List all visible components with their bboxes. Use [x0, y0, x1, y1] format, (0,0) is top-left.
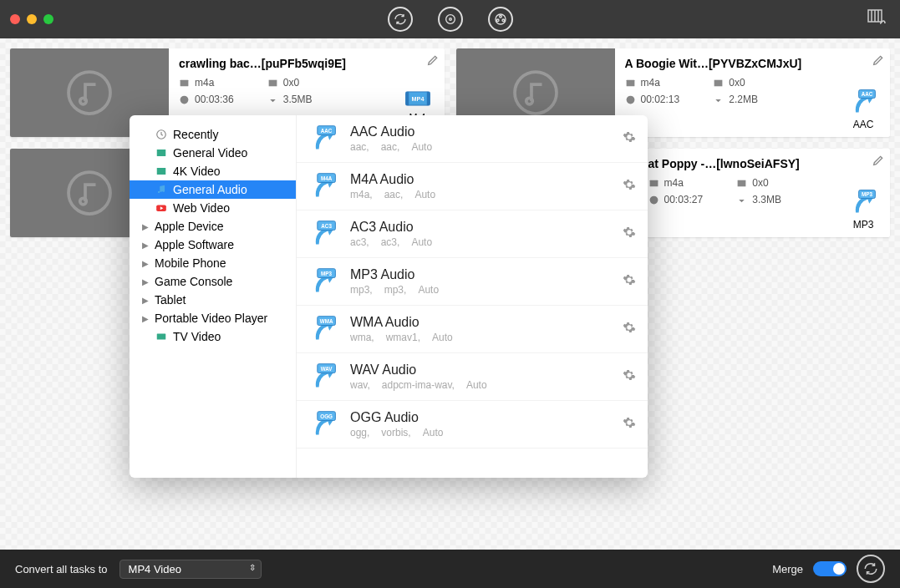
- svg-point-17: [526, 98, 532, 104]
- category-label: Apple Software: [155, 238, 234, 251]
- edit-icon[interactable]: [872, 53, 885, 67]
- category-label: General Video: [173, 146, 247, 160]
- category-label: Web Video: [173, 201, 230, 215]
- resolution-icon: [713, 78, 724, 89]
- minimize-window-button[interactable]: [27, 14, 37, 24]
- svg-point-3: [499, 15, 501, 18]
- category-item[interactable]: ▶Mobile Phone: [130, 254, 296, 272]
- svg-rect-11: [268, 79, 277, 86]
- category-item[interactable]: ▶Apple Software: [130, 236, 296, 254]
- category-item[interactable]: General Video: [130, 144, 296, 162]
- edit-icon[interactable]: [426, 53, 440, 67]
- category-label: Portable Video Player: [155, 312, 267, 325]
- resolution-icon: [736, 178, 747, 189]
- svg-text:MP4: MP4: [411, 95, 424, 103]
- chevron-right-icon: ▶: [141, 314, 150, 323]
- svg-point-8: [80, 98, 87, 104]
- format-title: WMA Audio: [350, 315, 611, 330]
- chevron-right-icon: ▶: [141, 259, 150, 268]
- svg-point-1: [449, 18, 451, 21]
- chevron-right-icon: ▶: [141, 296, 150, 305]
- svg-point-26: [649, 195, 658, 204]
- gear-icon[interactable]: [623, 130, 636, 147]
- svg-point-24: [80, 198, 87, 205]
- svg-text:WMA: WMA: [320, 318, 333, 324]
- format-item[interactable]: WMAWMA Audiowma,wmav1,Auto: [297, 306, 648, 353]
- film-icon: [155, 146, 168, 160]
- format-item[interactable]: AACAAC Audioaac,aac,Auto: [297, 115, 648, 163]
- library-icon[interactable]: [867, 8, 887, 30]
- category-item[interactable]: ▶Tablet: [130, 291, 296, 309]
- category-label: General Audio: [173, 183, 247, 196]
- svg-text:MP3: MP3: [862, 191, 872, 197]
- task-title: at Poppy -…[lwnoSeiAFSY]: [648, 157, 881, 170]
- target-format[interactable]: AAC AAC: [848, 87, 878, 130]
- titlebar: [0, 0, 900, 38]
- output-format-dropdown[interactable]: MP4 Video: [119, 560, 262, 579]
- format-item[interactable]: WAVWAV Audiowav,adpcm-ima-wav,Auto: [297, 353, 648, 401]
- format-item[interactable]: M4AM4A Audiom4a,aac,Auto: [297, 163, 648, 210]
- category-item[interactable]: General Audio: [130, 180, 296, 199]
- category-label: TV Video: [173, 330, 221, 343]
- format-file-icon: AAC: [308, 124, 338, 154]
- svg-point-34: [163, 190, 165, 192]
- edit-icon[interactable]: [872, 154, 885, 167]
- merge-toggle[interactable]: [813, 561, 847, 576]
- svg-point-5: [502, 19, 505, 22]
- format-item[interactable]: AC3AC3 Audioac3,ac3,Auto: [297, 210, 648, 258]
- gear-icon[interactable]: [623, 226, 636, 242]
- svg-rect-27: [738, 180, 746, 186]
- format-subtitle: m4a,aac,Auto: [350, 189, 611, 200]
- svg-point-23: [69, 172, 110, 214]
- category-item[interactable]: ▶Game Console: [130, 272, 296, 291]
- target-format[interactable]: MP3 MP3: [848, 187, 878, 231]
- svg-text:WAV: WAV: [321, 366, 333, 372]
- category-item[interactable]: Web Video: [130, 199, 296, 217]
- format-title: M4A Audio: [350, 172, 611, 187]
- merge-label: Merge: [772, 563, 803, 575]
- film-icon: [179, 78, 190, 89]
- task-title: A Boogie Wit…[PYVBZxCMJxU]: [625, 57, 881, 70]
- svg-point-16: [515, 72, 557, 114]
- svg-point-10: [181, 95, 189, 104]
- convert-tab-icon[interactable]: [388, 7, 413, 32]
- format-title: OGG Audio: [350, 410, 611, 425]
- format-item[interactable]: OGGOGG Audioogg,vorbis,Auto: [297, 401, 648, 449]
- svg-text:AAC: AAC: [321, 128, 333, 134]
- rip-tab-icon[interactable]: [438, 7, 463, 32]
- gear-icon[interactable]: [623, 321, 636, 337]
- task-title: crawling bac…[puPFb5wqi9E]: [179, 57, 435, 70]
- format-subtitle: ogg,vorbis,Auto: [350, 427, 611, 438]
- maximize-window-button[interactable]: [43, 14, 53, 24]
- svg-point-33: [158, 191, 160, 193]
- category-item[interactable]: ▶Portable Video Player: [130, 309, 296, 327]
- category-item[interactable]: Recently: [130, 125, 296, 144]
- category-label: Tablet: [155, 293, 186, 307]
- format-item[interactable]: MP3MP3 Audiomp3,mp3,Auto: [297, 258, 648, 306]
- size-icon: [713, 94, 724, 105]
- gear-icon[interactable]: [623, 178, 636, 195]
- resolution-icon: [267, 78, 278, 89]
- gear-icon[interactable]: [623, 273, 636, 290]
- format-file-icon: MP3: [308, 266, 338, 297]
- convert-all-label: Convert all tasks to: [15, 563, 108, 575]
- start-convert-button[interactable]: [857, 555, 885, 583]
- category-item[interactable]: 4K Video: [130, 162, 296, 180]
- gear-icon[interactable]: [623, 416, 636, 433]
- svg-point-19: [626, 95, 634, 104]
- format-subtitle: wma,wmav1,Auto: [350, 332, 611, 343]
- format-title: AAC Audio: [350, 124, 611, 139]
- category-label: Apple Device: [155, 220, 224, 233]
- film-icon: [648, 178, 659, 189]
- format-file-icon: WMA: [308, 314, 338, 344]
- svg-point-4: [496, 19, 499, 22]
- category-label: Mobile Phone: [155, 256, 226, 270]
- clock-icon: [155, 128, 168, 141]
- close-window-button[interactable]: [10, 14, 20, 24]
- film-tab-icon[interactable]: [488, 7, 513, 32]
- category-item[interactable]: TV Video: [130, 327, 296, 346]
- gear-icon[interactable]: [623, 368, 636, 385]
- category-item[interactable]: ▶Apple Device: [130, 217, 296, 236]
- svg-rect-18: [626, 79, 634, 86]
- clock-icon: [648, 195, 659, 205]
